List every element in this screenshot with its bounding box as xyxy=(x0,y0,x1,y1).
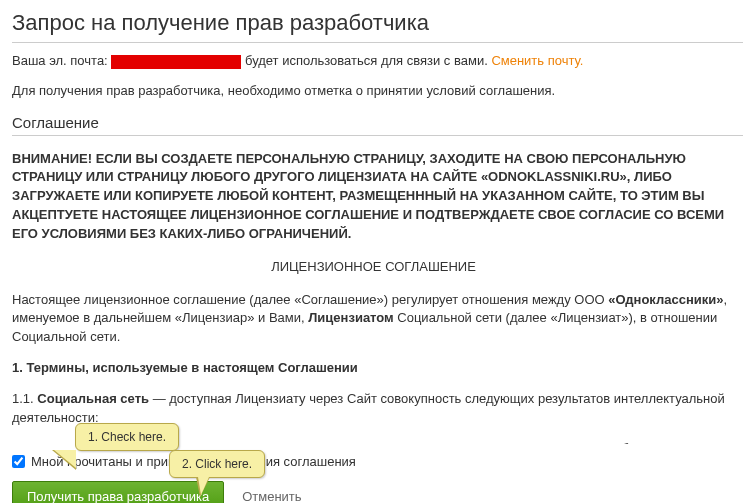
agreement-section-title: Соглашение xyxy=(12,114,743,136)
email-redacted xyxy=(111,55,241,69)
cancel-button[interactable]: Отменить xyxy=(242,489,301,503)
submit-button[interactable]: Получить права разработчика xyxy=(12,481,224,503)
callout-1-text: 1. Check here. xyxy=(88,430,166,444)
email-prefix: Ваша эл. почта: xyxy=(12,53,111,68)
callout-tail-icon xyxy=(196,477,210,497)
annotation-callout-1: 1. Check here. xyxy=(75,423,179,451)
annotation-callout-2: 2. Click here. xyxy=(169,450,265,478)
callout-2-text: 2. Click here. xyxy=(182,457,252,471)
email-suffix: будет использоваться для связи с вами. xyxy=(241,53,491,68)
agree-checkbox[interactable] xyxy=(12,455,25,468)
agreement-h1: 1. Термины, используемые в настоящем Сог… xyxy=(12,359,735,378)
email-line: Ваша эл. почта: будет использоваться для… xyxy=(12,53,743,69)
page-title: Запрос на получение прав разработчика xyxy=(12,10,743,43)
requirement-note: Для получения прав разработчика, необход… xyxy=(12,83,743,98)
agreement-scrollbox[interactable]: ВНИМАНИЕ! ЕСЛИ ВЫ СОЗДАЕТЕ ПЕРСОНАЛЬНУЮ … xyxy=(12,144,743,444)
agreement-intro: Настоящее лицензионное соглашение (далее… xyxy=(12,291,735,348)
change-email-link[interactable]: Сменить почту. xyxy=(491,53,583,68)
license-title: ЛИЦЕНЗИОННОЕ СОГЛАШЕНИЕ xyxy=(12,258,735,277)
callout-tail-icon xyxy=(52,450,76,470)
agreement-warning: ВНИМАНИЕ! ЕСЛИ ВЫ СОЗДАЕТЕ ПЕРСОНАЛЬНУЮ … xyxy=(12,150,735,244)
